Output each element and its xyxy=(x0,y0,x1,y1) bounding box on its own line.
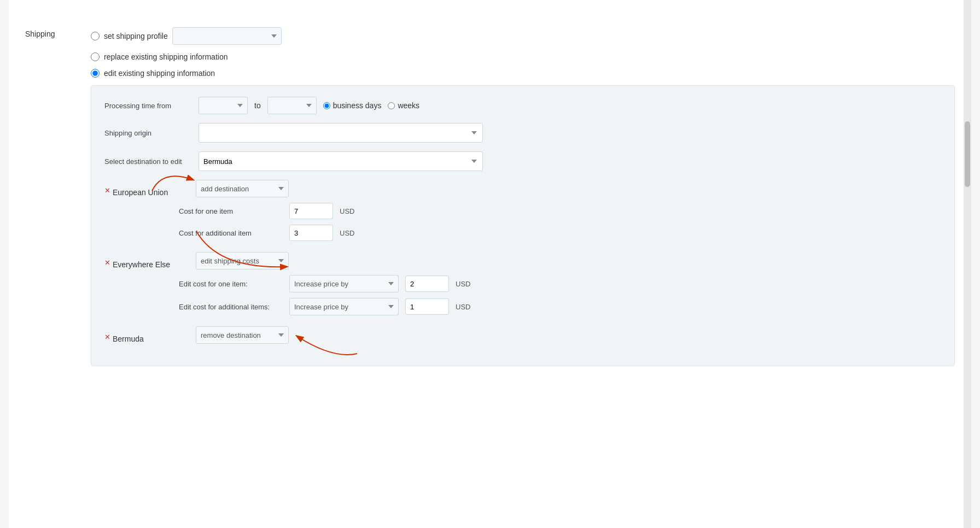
processing-time-label: Processing time from xyxy=(104,102,192,110)
eu-currency-2: USD xyxy=(340,229,354,237)
destination-everywhere: ✕ Everywhere Else edit shipping costs E xyxy=(104,252,941,315)
radio-with-select: set shipping profile xyxy=(91,27,282,45)
everywhere-action-wrapper: edit shipping costs xyxy=(196,252,289,269)
everywhere-name: Everywhere Else xyxy=(113,260,178,269)
eu-remove[interactable]: ✕ European Union xyxy=(104,184,178,197)
everywhere-edit-one-row: Edit cost for one item: Increase price b… xyxy=(179,275,941,292)
bermuda-name: Bermuda xyxy=(113,335,178,343)
bermuda-remove-x: ✕ xyxy=(104,333,110,341)
processing-time-from-select[interactable] xyxy=(199,97,248,114)
everywhere-edit-one-label: Edit cost for one item: xyxy=(179,280,283,288)
radio-option-1[interactable]: set shipping profile xyxy=(91,27,955,45)
business-days-option[interactable]: business days xyxy=(323,101,382,110)
radio-weeks[interactable] xyxy=(388,102,395,109)
radio-label-set-profile: set shipping profile xyxy=(104,32,168,40)
everywhere-increase-additional-select[interactable]: Increase price by xyxy=(289,298,399,315)
weeks-option[interactable]: weeks xyxy=(388,101,419,110)
profile-select[interactable] xyxy=(172,27,282,45)
everywhere-currency-1: USD xyxy=(456,280,470,288)
everywhere-increase-one-select[interactable]: Increase price by xyxy=(289,275,399,292)
select-destination-row: Select destination to edit Bermuda xyxy=(104,151,941,171)
eu-currency-1: USD xyxy=(340,207,354,215)
processing-time-row: Processing time from to business days xyxy=(104,97,941,114)
bermuda-remove[interactable]: ✕ Bermuda xyxy=(104,331,178,343)
everywhere-currency-2: USD xyxy=(456,303,470,311)
everywhere-action-select[interactable]: edit shipping costs xyxy=(196,252,289,269)
destination-eu: ✕ European Union add destination xyxy=(104,180,941,241)
scrollbar-thumb[interactable] xyxy=(965,121,970,187)
eu-cost-one-label: Cost for one item xyxy=(179,207,283,215)
weeks-label: weeks xyxy=(398,101,419,110)
shipping-origin-label: Shipping origin xyxy=(104,129,192,137)
everywhere-cost-fields: Edit cost for one item: Increase price b… xyxy=(179,275,941,315)
radio-replace[interactable] xyxy=(91,52,100,61)
eu-name: European Union xyxy=(113,188,178,197)
radio-business-days[interactable] xyxy=(323,102,330,109)
bermuda-action-wrapper: remove destination xyxy=(196,326,289,344)
eu-cost-additional-input[interactable] xyxy=(289,225,333,241)
to-label: to xyxy=(254,101,261,110)
eu-remove-x: ✕ xyxy=(104,186,110,195)
section-label: Shipping xyxy=(25,27,69,38)
eu-cost-fields: Cost for one item USD Cost for additiona… xyxy=(179,203,941,241)
destination-bermuda: ✕ Bermuda remove destination xyxy=(104,326,941,344)
eu-cost-one-input[interactable] xyxy=(289,203,333,219)
select-destination-label: Select destination to edit xyxy=(104,157,192,166)
page-container: Shipping set shipping profile replace ex… xyxy=(9,0,971,528)
edit-section: Processing time from to business days xyxy=(91,85,955,366)
bermuda-arrow xyxy=(289,326,360,359)
everywhere-header: ✕ Everywhere Else edit shipping costs xyxy=(104,252,941,269)
scrollbar[interactable] xyxy=(964,0,971,528)
business-days-label: business days xyxy=(333,101,382,110)
everywhere-additional-value-input[interactable] xyxy=(405,298,449,315)
bermuda-header: ✕ Bermuda remove destination xyxy=(104,326,941,344)
bermuda-action-select[interactable]: remove destination xyxy=(196,326,289,344)
shipping-origin-row: Shipping origin xyxy=(104,123,941,143)
eu-cost-one-row: Cost for one item USD xyxy=(179,203,941,219)
everywhere-edit-additional-row: Edit cost for additional items: Increase… xyxy=(179,298,941,315)
everywhere-remove-x: ✕ xyxy=(104,259,110,267)
radio-option-3[interactable]: edit existing shipping information xyxy=(91,69,955,78)
everywhere-edit-additional-label: Edit cost for additional items: xyxy=(179,303,283,311)
shipping-origin-select[interactable] xyxy=(199,123,483,143)
increase-one-wrapper: Increase price by xyxy=(289,275,399,292)
everywhere-remove[interactable]: ✕ Everywhere Else xyxy=(104,256,178,269)
select-destination-select[interactable]: Bermuda xyxy=(199,151,483,171)
processing-time-to-select[interactable] xyxy=(267,97,317,114)
eu-cost-additional-label: Cost for additional item xyxy=(179,229,283,237)
radio-option-2[interactable]: replace existing shipping information xyxy=(91,52,955,61)
everywhere-one-value-input[interactable] xyxy=(405,275,449,292)
radio-label-replace: replace existing shipping information xyxy=(104,52,228,61)
eu-cost-additional-row: Cost for additional item USD xyxy=(179,225,941,241)
shipping-section: Shipping set shipping profile replace ex… xyxy=(20,16,960,377)
eu-action-select[interactable]: add destination xyxy=(196,180,289,197)
eu-header: ✕ European Union add destination xyxy=(104,180,941,197)
radio-label-edit: edit existing shipping information xyxy=(104,69,215,78)
radio-edit[interactable] xyxy=(91,69,100,78)
radio-set-profile[interactable] xyxy=(91,32,100,40)
eu-action-wrapper: add destination xyxy=(196,180,289,197)
section-content: set shipping profile replace existing sh… xyxy=(91,27,955,366)
